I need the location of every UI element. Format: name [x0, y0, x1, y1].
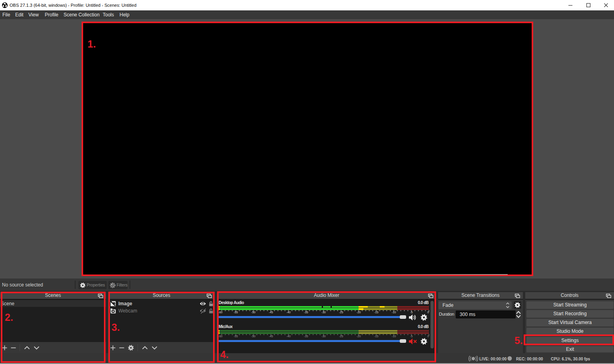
- svg-text:-35: -35: [304, 310, 308, 314]
- svg-text:-30: -30: [321, 334, 325, 338]
- svg-text:-20: -20: [357, 310, 361, 314]
- svg-text:-5: -5: [410, 310, 413, 314]
- svg-text:-25: -25: [339, 310, 343, 314]
- svg-text:-60: -60: [218, 334, 222, 338]
- svg-text:0: 0: [427, 310, 429, 314]
- svg-text:-15: -15: [374, 334, 378, 338]
- svg-text:-45: -45: [269, 310, 273, 314]
- svg-text:-10: -10: [392, 334, 396, 338]
- svg-text:-20: -20: [357, 334, 361, 338]
- svg-text:0: 0: [427, 334, 429, 338]
- svg-text:-35: -35: [304, 334, 308, 338]
- svg-text:-15: -15: [374, 310, 378, 314]
- svg-text:-40: -40: [287, 334, 291, 338]
- svg-text:-30: -30: [321, 310, 325, 314]
- svg-text:-45: -45: [269, 334, 273, 338]
- svg-text:-10: -10: [392, 310, 396, 314]
- svg-text:-60: -60: [218, 310, 222, 314]
- svg-text:-25: -25: [339, 334, 343, 338]
- svg-text:-5: -5: [410, 334, 413, 338]
- svg-text:-50: -50: [251, 310, 255, 314]
- svg-text:-50: -50: [251, 334, 255, 338]
- svg-text:-40: -40: [287, 310, 291, 314]
- svg-text:-55: -55: [234, 310, 238, 314]
- svg-text:-55: -55: [234, 334, 238, 338]
